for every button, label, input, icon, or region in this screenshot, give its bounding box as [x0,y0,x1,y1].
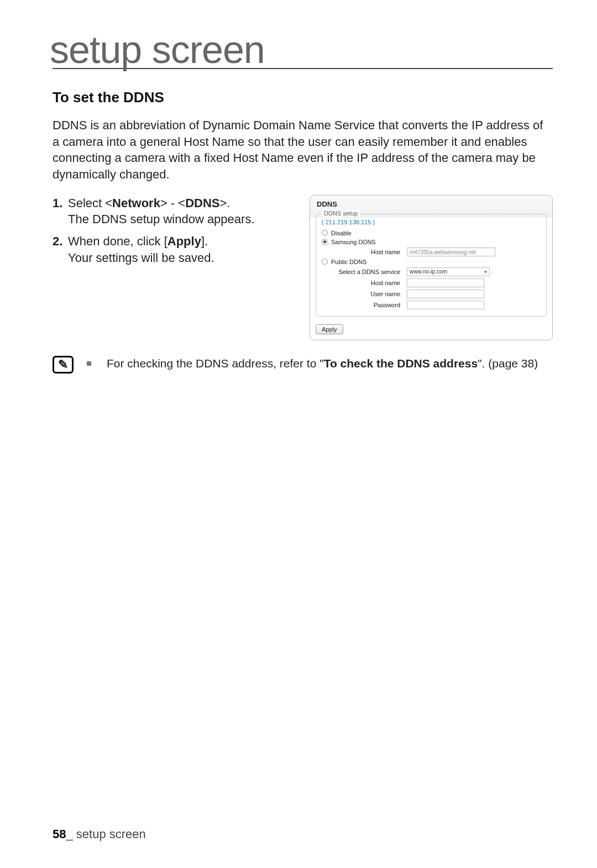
ddns-option-public[interactable]: Public DDNS [322,257,541,266]
note-row: ✎ For checking the DDNS address, refer t… [53,356,553,373]
intro-paragraph: DDNS is an abbreviation of Dynamic Domai… [53,117,550,183]
step-item: 2. When done, click [Apply]. Your settin… [53,233,294,266]
bullet-icon [87,361,91,366]
footer-sep: _ [66,827,76,841]
note-text-bold: To check the DDNS address [324,357,478,370]
note-text-part: For checking the DDNS address, refer to … [107,357,324,370]
samsung-hostname-label: Host name [332,249,404,255]
ddns-option-samsung[interactable]: Samsung DDNS [322,238,541,246]
steps-list: 1. Select <Network> - <DDNS>. The DDNS s… [53,195,294,272]
note-text-part: ". (page 38) [478,357,538,370]
step-item: 1. Select <Network> - <DDNS>. The DDNS s… [53,195,294,228]
radio-label: Disable [331,230,352,236]
ddns-ip-address: ( 211.219.138.115 ) [322,219,541,225]
step-text: > - < [160,196,185,210]
step-text: >. [220,196,231,210]
public-username-row: User name [322,288,541,299]
step-text: Your settings will be saved. [68,251,214,265]
ddns-setup-legend: DDNS setup [322,210,360,217]
step-text: Select < [68,196,112,210]
public-hostname-input[interactable] [407,278,484,287]
ddns-panel-title: DDNS [310,196,552,212]
public-service-label: Select a DDNS service [332,269,404,275]
footer-label: setup screen [76,827,146,841]
step-strong: DDNS [185,196,219,210]
public-username-label: User name [332,291,404,297]
public-service-value: www.no-ip.com [410,267,447,276]
step-number: 1. [53,195,68,228]
public-hostname-label: Host name [332,280,404,286]
public-hostname-row: Host name [322,277,541,288]
public-username-input[interactable] [407,290,484,298]
radio-icon[interactable] [322,259,328,265]
apply-button[interactable]: Apply [316,324,343,334]
step-strong: Apply [167,234,201,248]
chevron-down-icon: ▾ [484,267,487,276]
public-service-row: Select a DDNS service www.no-ip.com ▾ [322,266,541,277]
pencil-icon: ✎ [58,357,68,372]
radio-label: Samsung DDNS [331,239,376,245]
public-password-row: Password [322,299,541,311]
step-number: 2. [53,233,68,266]
radio-icon[interactable] [322,230,328,236]
samsung-hostname-row: Host name m47205a.websamsung.net [322,246,541,257]
step-text: The DDNS setup window appears. [68,212,255,226]
public-service-select[interactable]: www.no-ip.com ▾ [407,267,490,276]
note-text: For checking the DDNS address, refer to … [107,356,538,371]
samsung-hostname-input[interactable]: m47205a.websamsung.net [407,248,495,256]
step-strong: Network [112,196,160,210]
public-password-label: Password [332,302,404,308]
radio-label: Public DDNS [331,259,366,265]
page-footer: 58_ setup screen [53,827,146,841]
public-password-input[interactable] [407,301,484,309]
ddns-setup-fieldset: DDNS setup ( 211.219.138.115 ) Disable S… [316,214,547,317]
ddns-panel: DDNS DDNS setup ( 211.219.138.115 ) Disa… [310,195,553,340]
ddns-option-disable[interactable]: Disable [322,229,541,238]
radio-icon[interactable] [322,239,328,245]
note-icon: ✎ [53,356,74,373]
section-heading: To set the DDNS [53,89,553,106]
step-text: ]. [201,234,208,248]
step-text: When done, click [ [68,234,167,248]
page-number: 58 [53,827,66,841]
page-header-title: setup screen [50,30,553,69]
